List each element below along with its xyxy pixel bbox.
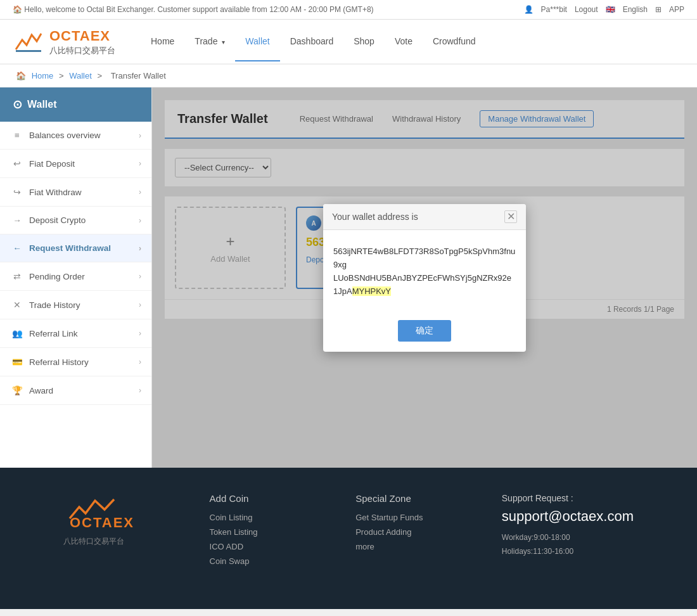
wallet-header-icon: ⊙	[13, 98, 22, 112]
arrow-icon: ›	[139, 329, 141, 338]
svg-rect-0	[16, 50, 41, 52]
nav-home[interactable]: Home	[141, 22, 184, 61]
logo: OCTAEX 八比特口交易平台	[13, 20, 115, 63]
sidebar-item-request-withdrawal[interactable]: ← Request Withdrawal ›	[0, 234, 151, 262]
referral-link-icon: 👥	[10, 328, 24, 338]
sidebar-item-fiat-withdraw[interactable]: ↪ Fiat Withdraw ›	[0, 178, 151, 207]
footer-more[interactable]: more	[355, 542, 483, 551]
footer-email[interactable]: support@octaex.com	[502, 508, 634, 525]
header: OCTAEX 八比特口交易平台 Home Trade ▾ Wallet Dash…	[0, 20, 697, 65]
sidebar-item-fiat-deposit[interactable]: ↩ Fiat Deposit ›	[0, 150, 151, 178]
footer-product-adding[interactable]: Product Adding	[355, 527, 483, 537]
breadcrumb-sep1: >	[59, 71, 66, 80]
sidebar-label-trade-history: Trade History	[29, 300, 80, 310]
language-link[interactable]: English	[623, 5, 648, 14]
award-icon: 🏆	[10, 385, 24, 395]
footer-workday: Workday:9:00-18:00	[502, 533, 570, 542]
sidebar-label-fiat-withdraw: Fiat Withdraw	[29, 188, 82, 197]
modal-close-button[interactable]: ✕	[504, 210, 517, 223]
footer-hours: Workday:9:00-18:00 Holidays:11:30-16:00	[502, 531, 634, 558]
footer-special-zone-title: Special Zone	[355, 493, 483, 504]
sidebar-label-request-withdrawal: Request Withdrawal	[29, 243, 111, 253]
sidebar-label-referral-history: Referral History	[29, 357, 89, 367]
footer-col-support: Support Request : support@octaex.com Wor…	[502, 493, 634, 571]
sidebar-label-pending-order: Pending Order	[29, 272, 85, 281]
balances-icon: ≡	[10, 131, 24, 140]
logo-text: OCTAEX 八比特口交易平台	[49, 27, 115, 56]
sidebar-item-trade-history[interactable]: ✕ Trade History ›	[0, 291, 151, 319]
app-link[interactable]: APP	[669, 5, 684, 14]
fiat-withdraw-icon: ↪	[10, 187, 24, 197]
modal-header: Your wallet address is ✕	[323, 204, 526, 230]
sidebar: ⊙ Wallet ≡ Balances overview › ↩ Fiat De…	[0, 87, 152, 468]
sidebar-item-referral-history[interactable]: 💳 Referral History ›	[0, 348, 151, 376]
nav-dashboard[interactable]: Dashboard	[280, 22, 344, 61]
brand-name: OCTAEX	[49, 27, 115, 46]
footer-ico-add[interactable]: ICO ADD	[210, 542, 337, 551]
arrow-icon: ›	[139, 300, 141, 309]
footer-logo-svg: OCTAEX	[63, 493, 171, 528]
footer-add-coin-title: Add Coin	[210, 493, 337, 504]
modal-title: Your wallet address is	[332, 212, 418, 222]
arrow-icon: ›	[139, 272, 141, 281]
footer-holiday: Holidays:11:30-16:00	[502, 547, 573, 556]
svg-text:OCTAEX: OCTAEX	[70, 515, 134, 528]
confirm-button[interactable]: 确定	[398, 320, 451, 342]
main-nav: Home Trade ▾ Wallet Dashboard Shop Vote …	[141, 22, 486, 61]
arrow-icon: ›	[139, 244, 141, 253]
logo-icon	[13, 27, 44, 56]
sidebar-label-balances: Balances overview	[29, 131, 101, 140]
request-withdrawal-icon: ←	[10, 243, 24, 253]
user-icon: 👤	[524, 5, 534, 14]
username[interactable]: Pa***bit	[541, 5, 567, 14]
modal-overlay: Your wallet address is ✕ 563ijNRTE4wB8LF…	[152, 87, 697, 468]
breadcrumb-icon: 🏠	[16, 71, 26, 80]
logout-link[interactable]: Logout	[575, 5, 598, 14]
footer-logo-section: OCTAEX 八比特口交易平台	[63, 493, 191, 571]
sidebar-label-award: Award	[29, 386, 53, 395]
sidebar-item-balances[interactable]: ≡ Balances overview ›	[0, 122, 151, 150]
footer-support-title: Support Request :	[502, 493, 634, 503]
sidebar-label-deposit-crypto: Deposit Crypto	[29, 215, 86, 225]
nav-crowdfund[interactable]: Crowdfund	[423, 22, 486, 61]
sidebar-label-referral-link: Referral Link	[29, 329, 78, 338]
sidebar-item-award[interactable]: 🏆 Award ›	[0, 376, 151, 405]
modal-body: 563ijNRTE4wB8LFDT73R8SoTpgP5kSpVhm3fnu9x…	[323, 230, 526, 313]
modal: Your wallet address is ✕ 563ijNRTE4wB8LF…	[323, 204, 526, 351]
pending-order-icon: ⇄	[10, 271, 24, 281]
referral-history-icon: 💳	[10, 357, 24, 367]
sidebar-label-fiat-deposit: Fiat Deposit	[29, 159, 75, 169]
footer-coin-swap[interactable]: Coin Swap	[210, 556, 337, 566]
topbar-right: 👤 Pa***bit Logout 🇬🇧 English ⊞ APP	[524, 5, 684, 14]
arrow-icon: ›	[139, 357, 141, 366]
content-area: Transfer Wallet Request Withdrawal Withd…	[152, 87, 697, 468]
footer-coin-listing[interactable]: Coin Listing	[210, 513, 337, 522]
nav-trade[interactable]: Trade ▾	[184, 22, 235, 61]
footer-token-listing[interactable]: Token Listing	[210, 527, 337, 537]
breadcrumb-current: Transfer Wallet	[111, 71, 166, 80]
arrow-icon: ›	[139, 216, 141, 225]
arrow-icon: ›	[139, 188, 141, 196]
nav-vote[interactable]: Vote	[385, 22, 423, 61]
topbar-welcome: 🏠 Hello, welcome to Octal Bit Exchanger.…	[13, 5, 374, 14]
topbar: 🏠 Hello, welcome to Octal Bit Exchanger.…	[0, 0, 697, 20]
arrow-icon: ›	[139, 386, 141, 395]
breadcrumb-home[interactable]: Home	[32, 71, 54, 80]
address-part3: MYHPKvY	[352, 286, 391, 296]
sidebar-item-pending-order[interactable]: ⇄ Pending Order ›	[0, 262, 151, 291]
footer-brand-sub: 八比特口交易平台	[63, 536, 124, 547]
nav-shop[interactable]: Shop	[343, 22, 385, 61]
sidebar-item-deposit-crypto[interactable]: → Deposit Crypto ›	[0, 207, 151, 234]
breadcrumb-wallet[interactable]: Wallet	[69, 71, 92, 80]
grid-icon: ⊞	[655, 5, 662, 14]
modal-address: 563ijNRTE4wB8LFDT73R8SoTpgP5kSpVhm3fnu9x…	[333, 243, 516, 300]
footer: OCTAEX 八比特口交易平台 Add Coin Coin Listing To…	[0, 468, 697, 609]
flag-icon: 🇬🇧	[606, 5, 615, 14]
nav-wallet[interactable]: Wallet	[235, 22, 279, 61]
breadcrumb-sep2: >	[97, 71, 104, 80]
sidebar-item-referral-link[interactable]: 👥 Referral Link ›	[0, 319, 151, 348]
footer-startup-funds[interactable]: Get Startup Funds	[355, 513, 483, 522]
brand-sub: 八比特口交易平台	[49, 46, 115, 56]
welcome-text: Hello, welcome to Octal Bit Exchanger. C…	[24, 5, 373, 14]
address-part1: 563ijNRTE4wB8LFDT73R8SoTpgP5kSpVhm3fnu9x…	[333, 247, 515, 269]
